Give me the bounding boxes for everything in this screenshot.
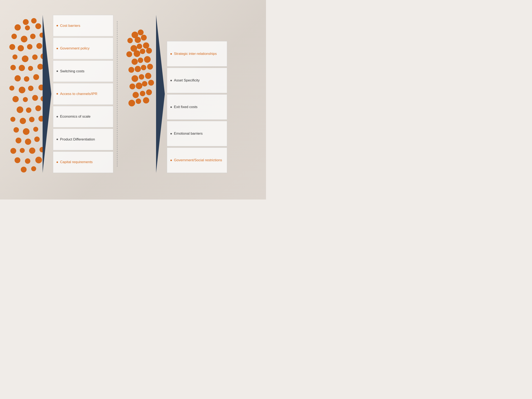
barrier-item: Cost barriers	[53, 15, 113, 36]
bullet-icon	[57, 139, 58, 140]
bullet-icon	[57, 93, 58, 95]
market-dot	[137, 44, 142, 49]
entrant-dot	[31, 18, 37, 24]
market-dot	[132, 59, 138, 65]
barrier-label: Cost barriers	[60, 24, 80, 28]
market-dot	[145, 73, 151, 79]
market-dot	[135, 37, 141, 43]
market-dot	[136, 82, 142, 89]
market-dot	[129, 83, 135, 89]
entrant-dot	[13, 127, 19, 133]
market-dot	[140, 91, 145, 96]
entrant-dot	[31, 166, 36, 171]
entry-arrow-shape	[43, 15, 51, 173]
entrant-dot	[38, 64, 43, 70]
market-dot	[144, 56, 151, 63]
exit-item: Government/Social restrictions	[167, 147, 227, 173]
bullet-icon	[57, 161, 58, 163]
entrant-dot	[21, 167, 27, 172]
entrant-dot	[35, 157, 42, 163]
entrant-dot	[26, 108, 31, 113]
market-dot	[147, 64, 153, 70]
entrant-dot	[27, 44, 32, 50]
market-dot	[146, 89, 152, 95]
entrant-dot	[21, 36, 27, 42]
entrant-dot	[24, 76, 29, 82]
entrant-dot	[23, 97, 28, 102]
entrant-dot	[9, 86, 14, 91]
entry-arrow	[43, 15, 51, 173]
entrant-dot	[20, 118, 26, 124]
bullet-icon	[57, 25, 58, 26]
entrant-dot	[35, 105, 41, 111]
entrant-dot	[28, 66, 33, 71]
entrants-area	[8, 15, 43, 173]
entrant-dot	[9, 44, 15, 50]
exit-label: Strategic inter-relationships	[174, 52, 217, 56]
barriers-list: Cost barriersGovernment policySwitching …	[53, 15, 113, 173]
barrier-item: Capital requirements	[53, 152, 113, 173]
divider	[117, 21, 117, 167]
barrier-label: Economics of scale	[60, 114, 90, 119]
exit-arrow	[156, 15, 165, 173]
market-dot	[134, 50, 140, 57]
bullet-icon	[171, 133, 172, 134]
barrier-item: Government policy	[53, 38, 113, 59]
entrant-dot	[30, 34, 36, 39]
market-dot	[141, 65, 146, 70]
barrier-label: Product Differentiation	[60, 137, 95, 141]
entrant-dot	[25, 139, 31, 145]
bullet-icon	[171, 80, 172, 81]
market-dot	[136, 99, 141, 104]
market-dot	[138, 30, 144, 35]
bullet-icon	[171, 106, 172, 108]
exit-item: Exit fixed costs	[167, 94, 227, 120]
market-dot	[128, 67, 134, 73]
barrier-label: Access to channels/IPR	[60, 92, 97, 96]
market-dot	[138, 57, 143, 63]
entrant-dot	[28, 86, 33, 91]
entrant-dot	[23, 19, 29, 25]
exit-arrow-shape	[156, 15, 165, 173]
barrier-item: Access to channels/IPR	[53, 83, 113, 105]
exit-label: Asset Specificity	[174, 78, 200, 82]
market-dot	[146, 48, 152, 54]
barrier-item: Product Differentiation	[53, 129, 113, 150]
exit-item: Strategic inter-relationships	[167, 41, 227, 66]
market-dot	[140, 49, 145, 54]
entrant-dot	[18, 45, 24, 51]
bullet-icon	[171, 53, 172, 55]
entrant-dot	[20, 148, 25, 153]
entrant-dot	[22, 56, 28, 62]
entrant-dot	[13, 54, 18, 59]
barrier-label: Capital requirements	[60, 160, 93, 164]
entrant-dot	[19, 87, 25, 93]
entrant-dot	[23, 128, 30, 135]
exit-spacer	[167, 15, 227, 40]
entrant-dot	[10, 117, 15, 122]
entrant-dot	[16, 138, 21, 143]
entrant-dot	[33, 74, 39, 80]
market-dot	[132, 75, 138, 82]
bullet-icon	[57, 70, 58, 72]
entrant-dot	[10, 148, 16, 154]
entrant-dot	[14, 157, 20, 163]
entrant-dot	[29, 117, 34, 122]
exit-label: Government/Social restrictions	[174, 158, 222, 162]
market-dot	[143, 97, 149, 103]
exit-item: Emotional barriers	[167, 121, 227, 146]
entrant-dot	[25, 158, 30, 164]
entrant-dot	[14, 24, 21, 31]
bullet-icon	[57, 48, 58, 49]
market-dot	[126, 51, 132, 57]
entrant-dot	[34, 137, 40, 142]
entrant-dot	[13, 96, 19, 102]
exit-list: Strategic inter-relationshipsAsset Speci…	[167, 15, 227, 173]
entrant-dot	[35, 23, 41, 29]
entrant-dot	[25, 25, 30, 30]
entrant-dot	[12, 34, 17, 39]
entrant-dot	[29, 147, 35, 154]
market-dot	[139, 74, 144, 80]
entrant-dot	[33, 127, 38, 132]
entrant-dot	[36, 43, 42, 49]
